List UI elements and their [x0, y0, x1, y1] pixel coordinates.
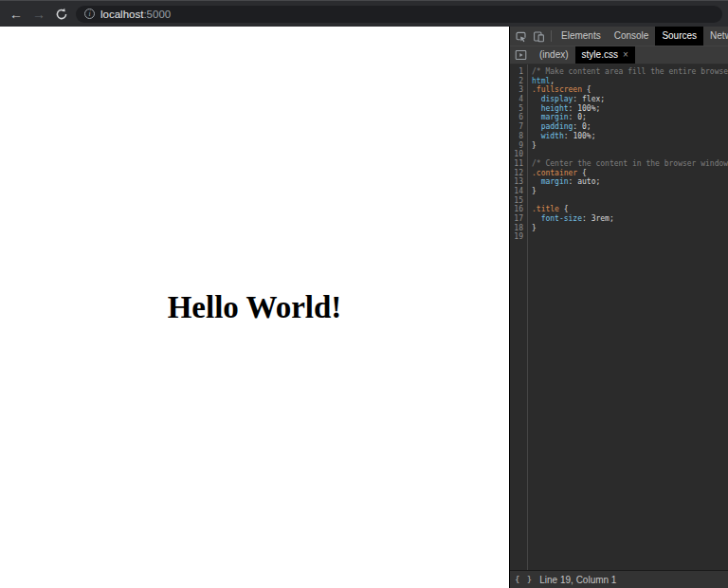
devtools-status-bar: { } Line 19, Column 1: [510, 570, 728, 588]
code-line: padding: 0;: [532, 122, 728, 132]
code-line: .fullscreen {: [532, 85, 728, 95]
url-text: localhost:5000: [100, 9, 171, 20]
url-bar[interactable]: i localhost:5000: [76, 6, 722, 23]
code-line: font-size: 3rem;: [532, 214, 728, 224]
line-number: 9: [510, 141, 523, 151]
line-number: 17: [510, 214, 523, 224]
line-number: 6: [510, 113, 523, 122]
code-line: html,: [532, 77, 728, 86]
forward-arrow-icon: →: [32, 7, 46, 22]
devtools-main-tabs: ElementsConsoleSourcesNetwork: [555, 27, 728, 46]
devtools-tab-elements[interactable]: Elements: [555, 27, 608, 46]
code-content: /* Make content area fill the entire bro…: [528, 64, 728, 570]
line-number: 12: [510, 169, 523, 178]
devtools-panel: ElementsConsoleSourcesNetwork (index)sty…: [509, 27, 728, 588]
line-number: 10: [510, 150, 523, 159]
code-line: }: [532, 141, 728, 151]
line-number: 14: [510, 187, 523, 196]
code-line: .container {: [532, 169, 728, 178]
reload-icon: [55, 8, 68, 21]
back-arrow-icon: ←: [9, 7, 23, 22]
browser-toolbar: ← → i localhost:5000: [0, 0, 728, 27]
toggle-navigator-button[interactable]: [512, 46, 530, 64]
code-line: /* Center the content in the browser win…: [532, 159, 728, 169]
code-line: height: 100%;: [532, 104, 728, 114]
site-info-icon[interactable]: i: [84, 9, 95, 19]
tab-close-icon[interactable]: ×: [623, 49, 628, 60]
line-number: 15: [510, 196, 523, 206]
line-number: 1: [510, 67, 523, 77]
content-container: Hello World!: [168, 290, 342, 325]
code-editor[interactable]: 12345678910111213141516171819 /* Make co…: [510, 64, 728, 570]
line-number: 8: [510, 132, 523, 141]
file-tab-style.css[interactable]: style.css×: [575, 46, 635, 64]
code-line: margin: auto;: [532, 177, 728, 187]
code-line: }: [532, 224, 728, 233]
line-number: 16: [510, 205, 523, 214]
back-button[interactable]: ←: [5, 3, 27, 26]
devtools-tab-network[interactable]: Network: [703, 27, 728, 46]
line-number: 2: [510, 77, 523, 86]
line-number: 11: [510, 159, 523, 169]
navigator-panel-icon: [515, 49, 527, 61]
line-number: 19: [510, 232, 523, 242]
device-toolbar-icon: [533, 30, 545, 43]
code-line: /* Make content area fill the entire bro…: [532, 67, 728, 77]
devtools-main-toolbar: ElementsConsoleSourcesNetwork: [510, 27, 728, 46]
line-number: 18: [510, 224, 523, 233]
forward-button[interactable]: →: [27, 3, 50, 26]
inspect-element-button[interactable]: [512, 27, 530, 46]
code-line: [532, 232, 728, 242]
cursor-position-label: Line 19, Column 1: [539, 575, 616, 585]
toolbar-divider: [551, 30, 552, 42]
code-line: .title {: [532, 205, 728, 214]
reload-button[interactable]: [50, 3, 73, 26]
inspect-cursor-icon: [515, 30, 527, 43]
devtools-file-tabbar: (index)style.css×: [510, 46, 728, 64]
line-number: 4: [510, 95, 523, 104]
page-viewport: Hello World!: [0, 27, 509, 588]
line-number: 3: [510, 85, 523, 95]
line-number: 7: [510, 122, 523, 132]
devtools-file-tabs: (index)style.css×: [533, 46, 635, 64]
hello-world-heading: Hello World!: [168, 290, 342, 325]
code-line: [532, 196, 728, 206]
code-line: [532, 150, 728, 159]
line-number-gutter: 12345678910111213141516171819: [510, 64, 528, 570]
file-tab-index[interactable]: (index): [533, 46, 575, 64]
toggle-device-toolbar-button[interactable]: [530, 27, 548, 46]
line-number: 5: [510, 104, 523, 114]
code-line: display: flex;: [532, 95, 728, 104]
code-line: }: [532, 187, 728, 196]
code-line: margin: 0;: [532, 113, 728, 122]
line-number: 13: [510, 177, 523, 187]
pretty-print-button[interactable]: { }: [515, 575, 533, 584]
devtools-tab-sources[interactable]: Sources: [655, 27, 703, 46]
code-line: width: 100%;: [532, 132, 728, 141]
devtools-tab-console[interactable]: Console: [608, 27, 656, 46]
